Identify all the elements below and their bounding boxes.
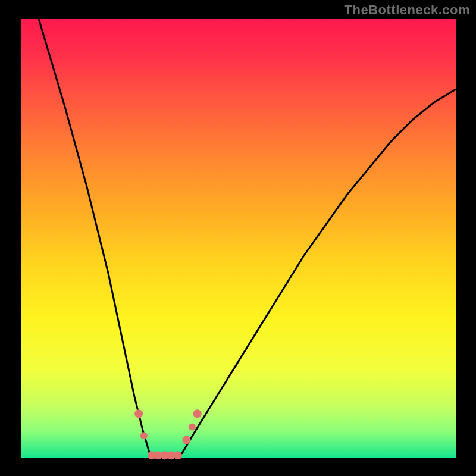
watermark-text: TheBottleneck.com [345, 2, 470, 18]
data-marker [193, 409, 202, 418]
data-marker [182, 436, 190, 444]
chart-container: TheBottleneck.com [0, 0, 476, 476]
plot-background [21, 19, 456, 458]
data-marker [189, 423, 196, 430]
bottleneck-chart [0, 0, 476, 476]
data-marker [134, 409, 143, 418]
data-marker [174, 451, 182, 459]
data-marker [140, 432, 148, 439]
